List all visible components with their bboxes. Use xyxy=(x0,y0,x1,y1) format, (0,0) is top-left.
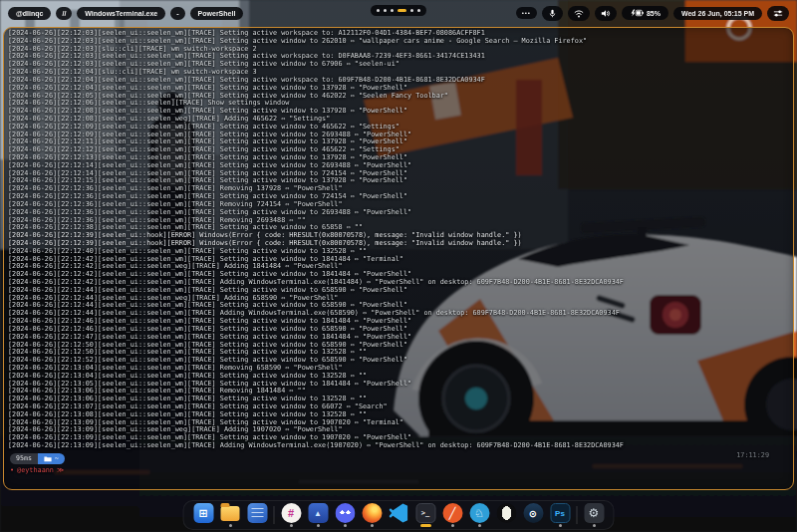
workspace-dot[interactable] xyxy=(377,9,380,12)
running-app-indicator xyxy=(559,524,562,527)
slash-separator-pill[interactable]: // xyxy=(56,7,72,20)
running-app-indicator xyxy=(478,524,481,527)
wifi-icon xyxy=(574,9,584,18)
dock-firefox-button[interactable] xyxy=(362,503,383,527)
prompt-user-prefix: • xyxy=(10,466,14,474)
datetime-button[interactable]: Wed 26 Jun, 05:15 PM xyxy=(673,7,762,20)
dock-slack-button[interactable]: # xyxy=(281,503,302,527)
sliders-icon xyxy=(773,9,783,18)
window-title-pill[interactable]: PowerShell xyxy=(190,7,244,20)
workspace-dot[interactable] xyxy=(384,9,387,12)
workspace-switcher[interactable] xyxy=(371,5,426,16)
vscode-icon xyxy=(389,503,408,523)
battery-button[interactable]: 85% xyxy=(622,6,668,20)
running-app-indicator xyxy=(344,524,347,527)
terminal-content: [2024-06-26][22:12:03][seelen_ui::seelen… xyxy=(8,30,789,487)
battery-icon xyxy=(630,9,644,17)
running-app-indicator xyxy=(317,524,320,527)
toolbar-right-group: ••• xyxy=(516,6,789,21)
dock-terminal-button[interactable]: >_ xyxy=(415,503,436,527)
terminal-icon: >_ xyxy=(415,503,435,523)
photoshop-icon: Ps xyxy=(550,503,570,523)
workspace-dot[interactable] xyxy=(391,9,394,12)
dock-notes-button[interactable] xyxy=(247,503,268,527)
fancy-toolbar: @dlinqc//WindowsTerminal.exe-PowerShell … xyxy=(0,0,797,26)
app-exe-pill[interactable]: WindowsTerminal.exe xyxy=(77,7,165,20)
tray-more-button[interactable]: ••• xyxy=(516,7,537,19)
dock-vscode-button[interactable] xyxy=(389,503,409,527)
active-app-indicator xyxy=(420,524,431,527)
running-app-indicator xyxy=(593,524,596,527)
battery-percent: 85% xyxy=(647,10,661,17)
paint-icon: ▲ xyxy=(308,503,328,523)
explorer-icon xyxy=(221,506,240,521)
prompt-segments: 95ms ~ xyxy=(10,453,789,464)
workspace-dot[interactable] xyxy=(417,9,420,12)
log-lines: [2024-06-26][22:12:03][seelen_ui::seelen… xyxy=(8,30,789,450)
wifi-button[interactable] xyxy=(568,6,590,21)
firefox-icon xyxy=(362,503,382,523)
toolbar-left-group: @dlinqc//WindowsTerminal.exe-PowerShell xyxy=(8,7,243,20)
workspace-dot[interactable] xyxy=(410,9,413,12)
blue-icon: ♘ xyxy=(469,503,489,523)
dock-steam-button[interactable]: ⊙ xyxy=(523,503,544,527)
store-icon: ⊞ xyxy=(193,503,213,523)
dock-pen-button[interactable]: ╱ xyxy=(442,503,463,527)
running-app-indicator xyxy=(290,524,293,527)
dock-separator xyxy=(577,506,578,524)
dock-explorer-button[interactable] xyxy=(220,503,241,527)
terminal-window[interactable]: [2024-06-26][22:12:03][seelen_ui::seelen… xyxy=(3,27,794,490)
prompt-duration: 95ms xyxy=(10,453,38,464)
dock-paint-button[interactable]: ▲ xyxy=(308,503,329,527)
running-app-indicator xyxy=(371,524,374,527)
prompt-arrow: ≫ xyxy=(57,466,64,474)
prompt-path: ~ xyxy=(55,455,59,462)
notes-icon xyxy=(247,503,267,523)
dock-settings-button[interactable]: ⚙ xyxy=(584,503,605,527)
prompt-user-line: • @eythaann ≫ xyxy=(10,466,789,474)
discord-icon xyxy=(335,503,355,523)
dock-egg-button[interactable] xyxy=(496,503,517,527)
volume-button[interactable] xyxy=(595,6,617,21)
running-app-indicator xyxy=(451,524,454,527)
prompt-path-segment: ~ xyxy=(38,453,65,464)
speaker-icon xyxy=(601,9,611,18)
quick-settings-button[interactable] xyxy=(767,6,789,21)
dash-separator-pill[interactable]: - xyxy=(170,7,184,20)
log-line: [2024-06-26][22:13:09][seelen_ui::seelen… xyxy=(8,442,789,450)
dock-blue-button[interactable]: ♘ xyxy=(469,503,490,527)
dock-store-button[interactable]: ⊞ xyxy=(193,503,214,527)
dock-photoshop-button[interactable]: Ps xyxy=(550,503,571,527)
dock-separator xyxy=(274,506,275,524)
pen-icon: ╱ xyxy=(442,503,462,523)
user-pill[interactable]: @dlinqc xyxy=(8,7,51,20)
dock: ⊞#▲>_╱♘⊙Ps⚙ xyxy=(183,500,615,530)
settings-icon: ⚙ xyxy=(584,503,604,523)
prompt-user: @eythaann xyxy=(17,466,54,474)
workspace-active[interactable] xyxy=(398,9,406,12)
slack-icon: # xyxy=(281,503,301,523)
steam-icon: ⊙ xyxy=(523,503,543,523)
folder-icon xyxy=(44,455,52,462)
prompt-time: 17:11:29 xyxy=(736,451,769,459)
desktop: @dlinqc//WindowsTerminal.exe-PowerShell … xyxy=(0,0,797,532)
dock-discord-button[interactable] xyxy=(335,503,356,527)
microphone-button[interactable] xyxy=(542,6,563,21)
microphone-icon xyxy=(548,9,557,18)
egg-icon xyxy=(496,503,516,523)
running-app-indicator xyxy=(229,524,232,527)
